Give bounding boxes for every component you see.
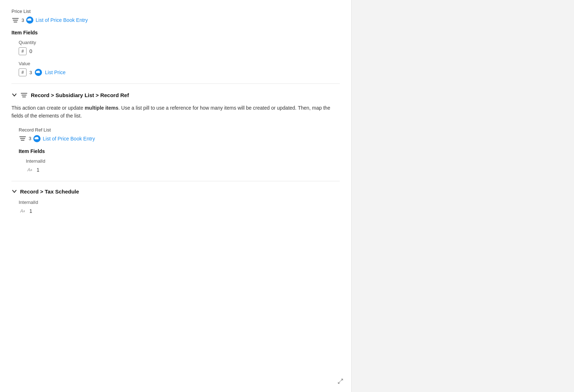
value-label: Value (19, 61, 340, 66)
chevron-down-icon-1 (11, 92, 17, 98)
stack-icon-record-ref (19, 135, 27, 143)
internal-id-value-1: 1 (37, 167, 39, 173)
stack-icon-subsidiary (20, 91, 28, 99)
internal-id-value-2: 1 (29, 208, 32, 214)
record-ref-pill-number: 3 (29, 136, 31, 141)
price-list-pill-row: 3 List of Price Book Entry (11, 16, 340, 24)
tax-schedule-title: Record > Tax Schedule (20, 188, 79, 195)
divider-2 (11, 181, 340, 181)
value-value-row: # 3 List Price (19, 68, 340, 76)
item-fields-heading-2: Item Fields (19, 148, 340, 154)
salesforce-badge (26, 16, 33, 24)
tax-schedule-header[interactable]: Record > Tax Schedule (11, 188, 340, 195)
internal-id-field-block-2: InternalId Aa 1 (11, 200, 340, 215)
internal-id-label-1: InternalId (26, 158, 340, 164)
expand-icon[interactable] (337, 378, 344, 385)
record-ref-price-book-link[interactable]: List of Price Book Entry (43, 136, 95, 142)
internal-id-label-2: InternalId (19, 200, 340, 205)
quantity-label: Quantity (19, 40, 340, 45)
stack-icon (11, 16, 19, 24)
internal-id-value-row-1: Aa 1 (26, 166, 340, 174)
salesforce-badge-record-ref (33, 135, 41, 142)
subsidiary-list-header[interactable]: Record > Subsidiary List > Record Ref (11, 91, 340, 99)
price-book-entry-link[interactable]: List of Price Book Entry (36, 17, 88, 23)
subsidiary-list-section: Record > Subsidiary List > Record Ref Th… (11, 91, 340, 174)
record-ref-pill-row: 3 List of Price Book Entry (19, 135, 340, 143)
chevron-down-icon-2 (11, 188, 17, 194)
record-ref-list-block: Record Ref List 3 List of Price Book Ent… (11, 127, 340, 174)
right-panel (352, 0, 574, 392)
hash-icon-value: # (19, 68, 27, 76)
text-icon-internal-id-2: Aa (19, 207, 27, 215)
quantity-value-row: # 0 (19, 47, 340, 55)
subsidiary-list-title: Record > Subsidiary List > Record Ref (31, 92, 129, 98)
price-list-section: Price List 3 List of Price Book Entry It… (11, 9, 340, 76)
quantity-field-block: Quantity # 0 (11, 40, 340, 55)
subsidiary-description: This action can create or update multipl… (11, 104, 340, 120)
pill-number: 3 (22, 18, 24, 23)
salesforce-badge-value (35, 69, 42, 76)
divider-1 (11, 83, 340, 84)
hash-icon-quantity: # (19, 47, 27, 55)
internal-id-field-block-1: InternalId Aa 1 (19, 158, 340, 174)
svg-line-1 (338, 382, 340, 383)
value-number: 3 (29, 70, 32, 75)
list-price-link[interactable]: List Price (45, 70, 66, 75)
price-list-label: Price List (11, 9, 340, 14)
quantity-value: 0 (29, 48, 32, 54)
tax-schedule-section: Record > Tax Schedule InternalId Aa 1 (11, 188, 340, 215)
text-icon-internal-id-1: Aa (26, 166, 34, 174)
record-ref-list-label: Record Ref List (19, 127, 340, 133)
item-fields-heading-1: Item Fields (11, 30, 340, 35)
value-field-block: Value # 3 List Price (11, 61, 340, 76)
svg-line-0 (341, 379, 343, 381)
internal-id-value-row-2: Aa 1 (19, 207, 340, 215)
